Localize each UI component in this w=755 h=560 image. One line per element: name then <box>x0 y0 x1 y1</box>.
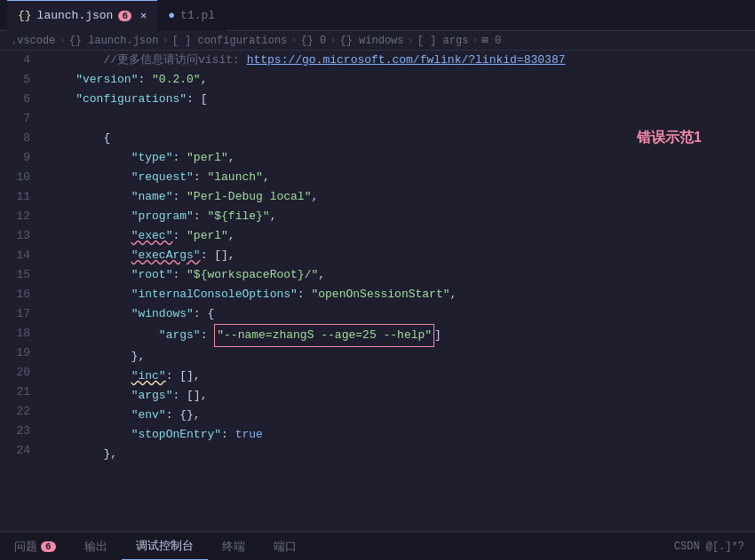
status-tab-debug-console[interactable]: 调试控制台 <box>122 532 208 561</box>
tab-label: t1.pl <box>180 9 215 22</box>
code-line-9: "type": "perl", <box>48 148 748 168</box>
editor: 错误示范1 4 5 6 7 8 9 10 11 12 13 14 15 16 1… <box>0 51 755 532</box>
status-right-text: CSDN @[.]*? <box>674 540 755 553</box>
status-bar: 问题 6 输出 调试控制台 终端 端口 CSDN @[.]*? <box>0 532 755 560</box>
tab-t1-pl[interactable]: ● t1.pl <box>157 0 226 31</box>
status-tabs: 问题 6 输出 调试控制台 终端 端口 <box>0 532 674 561</box>
code-line-24: }, <box>48 445 748 464</box>
problems-badge: 6 <box>41 541 56 552</box>
title-bar: {} launch.json 6 ✕ ● t1.pl <box>0 0 755 31</box>
code-content: //更多信息请访问visit: https://go.microsoft.com… <box>41 51 755 532</box>
breadcrumb: .vscode › {} launch.json › [ ] configura… <box>0 31 755 51</box>
code-line-20: "inc": [], <box>48 367 748 386</box>
code-line-21: "args": [], <box>48 386 748 406</box>
status-tab-problems[interactable]: 问题 6 <box>0 532 70 561</box>
code-line-10: "request": "launch", <box>48 168 748 187</box>
code-line-19: }, <box>48 347 748 367</box>
code-line-4: //更多信息请访问visit: https://go.microsoft.com… <box>48 51 748 70</box>
status-tab-ports[interactable]: 端口 <box>259 532 311 561</box>
line-numbers: 4 5 6 7 8 9 10 11 12 13 14 15 16 17 18 1… <box>0 51 41 532</box>
json-icon: {} <box>18 9 32 22</box>
code-line-5: "version": "0.2.0", <box>48 70 748 90</box>
code-line-13: "exec": "perl", <box>48 226 748 246</box>
status-tab-terminal[interactable]: 终端 <box>208 532 259 561</box>
code-line-22: "env": {}, <box>48 406 748 425</box>
code-line-6: "configurations": [ <box>48 90 748 109</box>
code-line-17: "windows": { <box>48 304 748 324</box>
tab-close-button[interactable]: ✕ <box>140 9 147 22</box>
pl-icon: ● <box>168 9 175 22</box>
code-area: 4 5 6 7 8 9 10 11 12 13 14 15 16 17 18 1… <box>0 51 755 532</box>
code-line-12: "program": "${file}", <box>48 207 748 226</box>
code-line-18: "args": "--name=zhangS --age=25 --help"] <box>48 324 748 347</box>
status-tab-output[interactable]: 输出 <box>70 532 122 561</box>
tab-badge: 6 <box>118 11 131 21</box>
code-line-7 <box>48 109 748 129</box>
tab-launch-json[interactable]: {} launch.json 6 ✕ <box>7 0 157 31</box>
code-line-14: "execArgs": [], <box>48 246 748 265</box>
code-line-23: "stopOnEntry": true <box>48 425 748 445</box>
code-line-16: "internalConsoleOptions": "openOnSession… <box>48 285 748 304</box>
code-line-15: "root": "${workspaceRoot}/", <box>48 265 748 285</box>
code-line-11: "name": "Perl-Debug local", <box>48 187 748 207</box>
code-line-8: { <box>48 129 748 148</box>
tab-label: launch.json <box>37 9 114 22</box>
